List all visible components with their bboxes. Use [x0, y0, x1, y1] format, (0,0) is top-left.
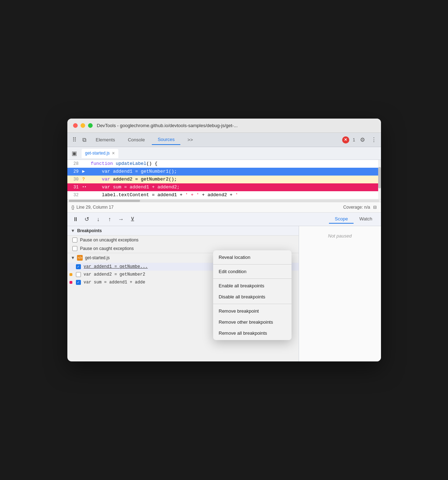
code-line-29: 29 ▶ var addend1 = getNumber1();	[67, 168, 381, 176]
main-content: ▼ Breakpoints Pause on uncaught exceptio…	[67, 226, 381, 361]
pause-caught-checkbox[interactable]	[72, 246, 77, 251]
context-menu-edit-condition[interactable]: Edit condition	[213, 266, 292, 277]
line-num-28: 28	[67, 160, 82, 168]
horizontal-scrollbar[interactable]	[67, 199, 381, 202]
pause-uncaught-checkbox[interactable]	[72, 238, 77, 242]
error-icon: ✕	[342, 136, 349, 144]
file-tab[interactable]: get-started.js ×	[82, 149, 119, 158]
context-menu-divider-3	[213, 304, 292, 304]
inspect-icon[interactable]: ⠿	[70, 136, 79, 144]
step-button[interactable]: →	[116, 214, 127, 224]
bp-label-1: var addend1 = getNumbe...	[84, 264, 148, 269]
debug-toolbar: ⏸ ↺ ↓ ↑ → ⊻ Scope Watch	[67, 213, 381, 226]
context-menu-remove-bp[interactable]: Remove breakpoint	[213, 306, 292, 317]
tab-sources[interactable]: Sources	[152, 135, 180, 145]
tab-bar: ⠿ ⧉ Elements Console Sources >> ✕ 1 ⚙ ⋮	[67, 133, 381, 147]
line-num-31: 31	[67, 183, 82, 191]
context-menu: Reveal location Edit condition Enable al…	[213, 250, 292, 340]
device-icon[interactable]: ⧉	[80, 136, 89, 144]
maximize-button[interactable]	[88, 123, 93, 128]
coverage-icon[interactable]: ⊟	[373, 205, 377, 210]
cursor-position: Line 29, Column 17	[77, 205, 114, 210]
vertical-scrollbar[interactable]	[378, 160, 381, 199]
code-line-28: 28 function updateLabel() {	[67, 160, 381, 168]
deactivate-breakpoints-button[interactable]: ⊻	[127, 214, 138, 224]
context-menu-divider-2	[213, 278, 292, 279]
more-options-icon[interactable]: ⋮	[370, 136, 378, 144]
tab-console[interactable]: Console	[122, 135, 151, 145]
window-title: DevTools - googlechrome.github.io/devtoo…	[97, 123, 238, 128]
context-menu-enable-all[interactable]: Enable all breakpoints	[213, 280, 292, 291]
left-panel: ▼ Breakpoints Pause on uncaught exceptio…	[67, 226, 299, 361]
status-bar-left: {} Line 29, Column 17	[72, 205, 114, 210]
code-content-32: label.textContent = addend1 + ' + ' + ad…	[88, 191, 381, 199]
format-icon[interactable]: {}	[72, 205, 74, 210]
scrollbar-thumb[interactable]	[378, 167, 381, 188]
code-line-30: 30 ? var addend2 = getNumber2();	[67, 176, 381, 183]
step-over-button[interactable]: ↺	[82, 214, 92, 224]
tab-scope[interactable]: Scope	[329, 215, 354, 224]
step-into-button[interactable]: ↓	[93, 214, 104, 224]
line-bp-29: ▶	[82, 168, 88, 176]
section-arrow-icon: ▼	[71, 228, 75, 233]
pause-uncaught-item[interactable]: Pause on uncaught exceptions	[67, 236, 299, 244]
bp-checkbox-1[interactable]	[76, 264, 81, 269]
file-tab-close-icon[interactable]: ×	[112, 150, 115, 156]
bp-dot-3	[69, 281, 72, 284]
code-line-32: 32 label.textContent = addend1 + ' + ' +…	[67, 191, 381, 199]
tab-elements[interactable]: Elements	[90, 135, 121, 145]
scrollbar-track	[69, 200, 380, 202]
settings-icon[interactable]: ⚙	[358, 136, 367, 144]
title-bar: DevTools - googlechrome.github.io/devtoo…	[67, 119, 381, 133]
right-panel: Not paused	[299, 226, 381, 361]
line-num-30: 30	[67, 176, 82, 183]
code-area: 28 function updateLabel() { 29 ▶ var add…	[67, 160, 381, 199]
devtools-window: DevTools - googlechrome.github.io/devtoo…	[67, 119, 381, 361]
line-num-29: 29	[67, 168, 82, 176]
breakpoints-title: Breakpoints	[77, 228, 102, 233]
bp-dot-2	[69, 273, 72, 276]
bp-checkbox-2[interactable]	[76, 272, 81, 277]
file-tab-row: ▣ get-started.js ×	[67, 147, 381, 160]
file-group-name: get-started.js	[85, 255, 109, 260]
code-line-31: 31 •• var sum = addend1 + addend2;	[67, 183, 381, 191]
bp-checkbox-3[interactable]	[76, 280, 81, 285]
tab-watch[interactable]: Watch	[354, 215, 378, 224]
pause-caught-label: Pause on caught exceptions	[80, 246, 134, 251]
line-bp-30: ?	[82, 176, 88, 183]
code-content-30: var addend2 = getNumber2();	[88, 176, 381, 183]
code-content-29: var addend1 = getNumber1();	[88, 168, 381, 176]
pause-button[interactable]: ⏸	[70, 214, 81, 224]
tab-right-icons: ✕ 1 ⚙ ⋮	[342, 136, 378, 144]
file-tab-name: get-started.js	[85, 151, 110, 156]
context-menu-divider-1	[213, 264, 292, 265]
file-type-icon: </>	[77, 255, 83, 261]
scrollbar-thumb-h[interactable]	[69, 200, 140, 202]
context-menu-remove-all[interactable]: Remove all breakpoints	[213, 328, 292, 339]
close-button[interactable]	[73, 123, 78, 128]
tab-more[interactable]: >>	[182, 135, 199, 145]
traffic-lights	[73, 123, 93, 128]
sidebar-toggle-icon[interactable]: ▣	[70, 149, 79, 158]
error-count: 1	[353, 137, 355, 142]
status-bar: {} Line 29, Column 17 Coverage: n/a ⊟	[67, 202, 381, 213]
line-num-32: 32	[67, 191, 82, 199]
file-group-arrow-icon: ▼	[71, 255, 75, 260]
code-content-31: var sum = addend1 + addend2;	[88, 183, 381, 191]
status-bar-right: Coverage: n/a ⊟	[343, 205, 376, 210]
pause-uncaught-label: Pause on uncaught exceptions	[80, 238, 139, 242]
context-menu-remove-other[interactable]: Remove other breakpoints	[213, 317, 292, 328]
context-menu-reveal-location[interactable]: Reveal location	[213, 252, 292, 263]
line-bp-31: ••	[82, 183, 88, 191]
step-out-button[interactable]: ↑	[104, 214, 115, 224]
scope-watch-tabs: Scope Watch	[329, 215, 378, 224]
not-paused-label: Not paused	[328, 233, 352, 239]
code-content-28: function updateLabel() {	[88, 160, 381, 168]
minimize-button[interactable]	[81, 123, 85, 128]
context-menu-disable-all[interactable]: Disable all breakpoints	[213, 291, 292, 302]
breakpoints-section-header[interactable]: ▼ Breakpoints	[67, 226, 299, 236]
coverage-label: Coverage: n/a	[343, 205, 370, 210]
